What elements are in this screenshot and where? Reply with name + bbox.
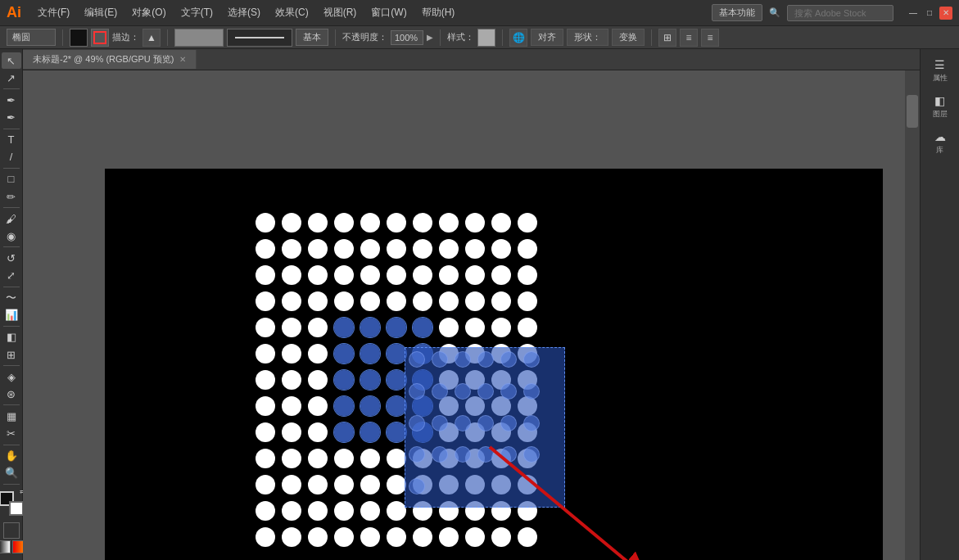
line-tool[interactable]: /: [2, 149, 21, 165]
dot: [357, 314, 383, 341]
menu-help[interactable]: 帮助(H): [415, 2, 462, 23]
style-swatch[interactable]: [477, 29, 495, 47]
sel-dot: [474, 443, 497, 466]
shape-selector[interactable]: 椭圆: [7, 29, 56, 46]
graph-tool[interactable]: 📊: [2, 307, 21, 323]
menu-edit[interactable]: 编辑(E): [78, 2, 124, 23]
arrange-icon[interactable]: ≡: [680, 29, 698, 47]
mesh-tool[interactable]: ⊞: [2, 346, 21, 363]
panels-icon[interactable]: ⊞: [658, 29, 676, 47]
gradient-swatch[interactable]: [0, 540, 11, 553]
select-tool[interactable]: ↖: [2, 52, 21, 69]
none-swatch[interactable]: [3, 522, 20, 539]
properties-bar: 椭圆 描边： ▲ 基本 不透明度： 100% ▶ 样式： 🌐 对齐 形状： 变换…: [0, 26, 959, 49]
sel-dot: [520, 380, 543, 403]
dot: [331, 524, 357, 550]
menu-window[interactable]: 窗口(W): [364, 2, 413, 23]
symbol-tool[interactable]: ⊛: [2, 386, 21, 402]
pen-tool[interactable]: ✒: [2, 92, 21, 108]
close-tab-icon[interactable]: ✕: [179, 55, 186, 64]
menu-select[interactable]: 选择(S): [221, 2, 267, 23]
scroll-thumb[interactable]: [907, 95, 918, 128]
opacity-label: 不透明度：: [342, 31, 387, 43]
feature-label[interactable]: 基本功能: [712, 4, 762, 21]
menu-effect[interactable]: 效果(C): [269, 2, 315, 23]
menu-object[interactable]: 对象(O): [125, 2, 172, 23]
sep4: [440, 29, 441, 46]
tool-sep10: [3, 445, 20, 445]
right-panel: ☰ 属性 ◧ 图层 ☁ 库: [920, 49, 959, 560]
rotate-tool[interactable]: ↺: [2, 250, 21, 266]
more-icon[interactable]: ≡: [701, 29, 719, 47]
dot: [514, 524, 541, 550]
menu-bar: 文件(F) 编辑(E) 对象(O) 文字(T) 选择(S) 效果(C) 视图(R…: [31, 2, 712, 23]
column-graph-tool[interactable]: ▦: [2, 408, 21, 424]
document-tab[interactable]: 未标题-2* @ 49% (RGB/GPU 预览) ✕: [23, 50, 197, 69]
menu-type[interactable]: 文字(T): [174, 2, 219, 23]
transform-button[interactable]: 变换: [612, 29, 645, 46]
globe-icon[interactable]: 🌐: [509, 29, 527, 47]
dot: [488, 288, 514, 314]
dot: [409, 314, 436, 341]
opacity-value[interactable]: 100%: [391, 30, 423, 45]
blend-tool[interactable]: ◈: [2, 368, 21, 385]
canvas[interactable]: [23, 70, 905, 560]
rect-tool[interactable]: □: [2, 171, 21, 187]
pencil-tool[interactable]: ✏: [2, 188, 21, 205]
dot: [305, 498, 331, 524]
scale-tool[interactable]: ⤢: [2, 267, 21, 283]
opacity-control: 不透明度： 100% ▶: [342, 30, 433, 45]
align-button[interactable]: 对齐: [531, 29, 563, 46]
stroke-label: 描边：: [112, 31, 139, 43]
stroke-color-swatch[interactable]: [91, 29, 109, 47]
dot: [357, 288, 383, 314]
tool-sep2: [3, 129, 20, 129]
dot: [409, 262, 436, 288]
library-panel-button[interactable]: ☁ 库: [924, 126, 957, 159]
dot: [252, 472, 278, 498]
minimize-button[interactable]: —: [907, 7, 920, 20]
dot: [278, 262, 305, 288]
gradient-tool[interactable]: ◧: [2, 329, 21, 345]
canvas-area: 未标题-2* @ 49% (RGB/GPU 预览) ✕: [23, 49, 920, 560]
slice-tool[interactable]: ✂: [2, 425, 21, 441]
dot: [514, 314, 541, 341]
menu-view[interactable]: 视图(R): [317, 2, 364, 23]
dot: [383, 314, 409, 341]
sel-dot: [428, 412, 451, 435]
properties-panel-button[interactable]: ☰ 属性: [924, 54, 957, 87]
dot-row: [252, 524, 541, 550]
hand-tool[interactable]: ✋: [2, 448, 21, 464]
dot: [305, 288, 331, 314]
stroke-profile-dropdown[interactable]: 基本: [296, 29, 328, 46]
warp-tool[interactable]: 〜: [2, 290, 21, 306]
direct-select-tool[interactable]: ↗: [2, 70, 21, 86]
dot-row: [252, 262, 541, 288]
dot: [305, 445, 331, 472]
brush-tool[interactable]: 🖌: [2, 210, 21, 227]
vertical-scrollbar[interactable]: [905, 70, 920, 560]
shape-button[interactable]: 形状：: [567, 29, 608, 46]
tool-sep1: [3, 88, 20, 89]
dot: [488, 524, 514, 550]
layers-panel-button[interactable]: ◧ 图层: [924, 90, 957, 123]
dot: [331, 445, 357, 472]
dot-row: [252, 236, 541, 262]
fill-color-swatch[interactable]: [70, 29, 88, 47]
stroke-up-button[interactable]: ▲: [142, 29, 161, 47]
close-button[interactable]: ✕: [939, 7, 952, 20]
background-color[interactable]: [9, 501, 24, 516]
fill-gradient-swatch[interactable]: [174, 29, 224, 47]
maximize-button[interactable]: □: [923, 7, 936, 20]
opacity-expand-icon[interactable]: ▶: [427, 33, 433, 42]
search-input[interactable]: [787, 5, 893, 21]
zoom-tool[interactable]: 🔍: [2, 465, 21, 481]
type-tool[interactable]: T: [2, 132, 21, 148]
title-bar-right: 基本功能 🔍 — □ ✕: [712, 4, 952, 21]
dot: [305, 472, 331, 498]
sep6: [651, 29, 652, 46]
add-anchor-tool[interactable]: ✒: [2, 109, 21, 125]
blob-brush-tool[interactable]: ◉: [2, 228, 21, 244]
menu-file[interactable]: 文件(F): [31, 2, 76, 23]
dot: [252, 314, 278, 341]
